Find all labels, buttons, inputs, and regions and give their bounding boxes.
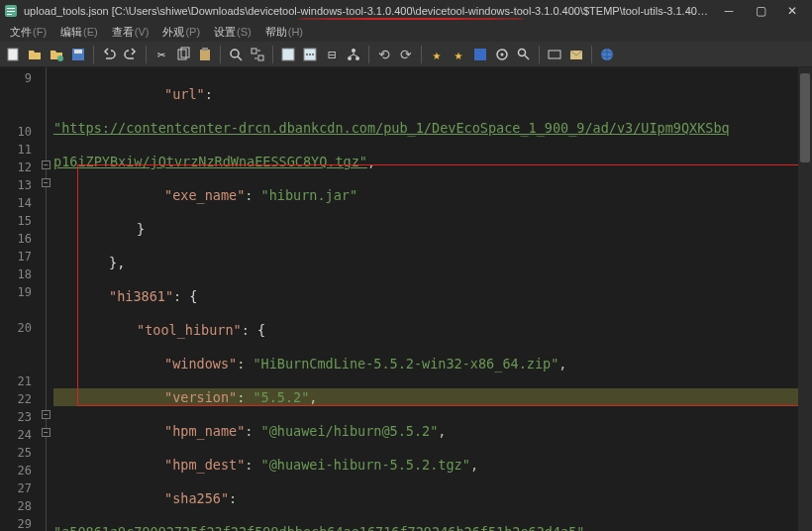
svg-point-21 bbox=[352, 49, 355, 53]
svg-rect-14 bbox=[252, 49, 256, 53]
line-number bbox=[0, 337, 32, 372]
svg-point-12 bbox=[231, 50, 239, 57]
fold-column: − − − − bbox=[40, 67, 53, 531]
vertical-scrollbar[interactable] bbox=[798, 67, 812, 531]
redo-icon[interactable] bbox=[122, 46, 140, 63]
recent-icon[interactable] bbox=[48, 46, 65, 63]
paste-icon[interactable] bbox=[196, 46, 214, 63]
new-file-icon[interactable] bbox=[4, 46, 22, 63]
line-number: 23 bbox=[0, 408, 32, 426]
toolbar: ✂ ⊟ ⟲ ⟳ ★ ★ bbox=[0, 42, 812, 67]
svg-rect-7 bbox=[74, 50, 82, 53]
star-icon[interactable]: ★ bbox=[428, 46, 446, 63]
toolbar-separator bbox=[421, 46, 422, 63]
svg-rect-24 bbox=[474, 49, 486, 60]
toolbar-separator bbox=[539, 46, 540, 63]
tree-icon[interactable] bbox=[345, 46, 362, 63]
line-number: 22 bbox=[0, 390, 32, 408]
svg-point-19 bbox=[309, 53, 311, 55]
svg-rect-2 bbox=[7, 11, 15, 12]
window-title: upload_tools.json [C:\Users\shiwe\Downlo… bbox=[24, 5, 713, 17]
star-plus-icon[interactable]: ★ bbox=[450, 46, 467, 63]
svg-line-13 bbox=[238, 56, 242, 60]
find-scope-icon[interactable] bbox=[493, 46, 511, 63]
app-icon bbox=[4, 4, 18, 18]
zoom-out-icon[interactable]: ⟲ bbox=[375, 46, 393, 63]
toolbar-separator bbox=[220, 46, 221, 63]
find-icon[interactable] bbox=[227, 46, 245, 63]
svg-rect-10 bbox=[200, 50, 210, 60]
toolbar-separator bbox=[146, 46, 147, 63]
menu-file[interactable]: 文件(F) bbox=[4, 23, 52, 42]
maximize-button[interactable]: ▢ bbox=[745, 0, 776, 22]
line-number bbox=[0, 301, 32, 319]
toolbar-separator bbox=[93, 46, 94, 63]
word-wrap-icon[interactable] bbox=[279, 46, 297, 63]
whitespace-icon[interactable] bbox=[301, 46, 319, 63]
line-number: 28 bbox=[0, 497, 32, 515]
svg-point-18 bbox=[306, 53, 308, 55]
line-number: 11 bbox=[0, 141, 32, 159]
svg-point-27 bbox=[519, 49, 526, 55]
line-number: 29 bbox=[0, 515, 32, 531]
rect-icon[interactable] bbox=[546, 46, 563, 63]
close-button[interactable]: ✕ bbox=[776, 0, 808, 22]
menubar: 文件(F) 编辑(E) 查看(V) 外观(P) 设置(S) 帮助(H) bbox=[0, 22, 812, 42]
menu-help[interactable]: 帮助(H) bbox=[259, 23, 309, 42]
line-number: 18 bbox=[0, 266, 32, 283]
fold-marker[interactable]: − bbox=[42, 160, 51, 169]
fold-marker[interactable]: − bbox=[42, 178, 51, 187]
editor[interactable]: 9 10 11 12 13 14 15 16 17 18 19 20 21 22… bbox=[0, 67, 812, 531]
svg-line-28 bbox=[525, 55, 529, 59]
code-area[interactable]: "url": "https://contentcenter-drcn.dbank… bbox=[53, 67, 812, 531]
menu-edit[interactable]: 编辑(E) bbox=[54, 23, 104, 42]
open-file-icon[interactable] bbox=[26, 46, 44, 63]
svg-rect-3 bbox=[7, 14, 12, 15]
svg-rect-1 bbox=[7, 8, 15, 9]
line-number: 14 bbox=[0, 194, 32, 212]
cut-icon[interactable]: ✂ bbox=[152, 46, 170, 63]
svg-point-23 bbox=[355, 56, 359, 60]
line-number: 13 bbox=[0, 176, 32, 194]
menu-settings[interactable]: 设置(S) bbox=[208, 23, 257, 42]
line-number: 16 bbox=[0, 230, 32, 248]
line-number: 19 bbox=[0, 283, 32, 301]
replace-icon[interactable] bbox=[249, 46, 266, 63]
copy-icon[interactable] bbox=[174, 46, 192, 63]
fold-marker[interactable]: − bbox=[42, 410, 51, 419]
zoom-in-icon[interactable]: ⟳ bbox=[397, 46, 415, 63]
svg-point-5 bbox=[57, 55, 63, 61]
browser-icon[interactable] bbox=[598, 46, 616, 63]
save-icon[interactable] bbox=[69, 46, 87, 63]
line-number bbox=[0, 87, 32, 123]
fold-marker[interactable]: − bbox=[42, 428, 51, 437]
gutter: 9 10 11 12 13 14 15 16 17 18 19 20 21 22… bbox=[0, 67, 40, 531]
line-number: 17 bbox=[0, 248, 32, 266]
menu-view[interactable]: 查看(V) bbox=[106, 23, 155, 42]
tool-blue-icon[interactable] bbox=[471, 46, 489, 63]
minimize-button[interactable]: ─ bbox=[713, 0, 745, 22]
undo-icon[interactable] bbox=[100, 46, 118, 63]
line-number: 15 bbox=[0, 212, 32, 230]
line-number: 24 bbox=[0, 426, 32, 444]
svg-rect-29 bbox=[549, 51, 560, 58]
line-number: 27 bbox=[0, 479, 32, 497]
toolbar-separator bbox=[272, 46, 273, 63]
scrollbar-thumb[interactable] bbox=[800, 73, 810, 162]
titlebar: upload_tools.json [C:\Users\shiwe\Downlo… bbox=[0, 0, 812, 22]
line-number: 9 bbox=[0, 69, 32, 87]
toolbar-separator bbox=[591, 46, 592, 63]
svg-point-22 bbox=[348, 56, 352, 60]
mail-icon[interactable] bbox=[567, 46, 585, 63]
svg-rect-16 bbox=[282, 49, 294, 60]
menu-appearance[interactable]: 外观(P) bbox=[156, 23, 206, 42]
toolbar-separator bbox=[368, 46, 369, 63]
svg-rect-4 bbox=[8, 49, 18, 60]
ruler-icon[interactable]: ⊟ bbox=[323, 46, 341, 63]
svg-rect-15 bbox=[258, 55, 263, 60]
window-controls: ─ ▢ ✕ bbox=[713, 0, 808, 22]
find-next-icon[interactable] bbox=[515, 46, 533, 63]
line-number: 12 bbox=[0, 159, 32, 176]
line-number: 20 bbox=[0, 319, 32, 337]
svg-point-20 bbox=[312, 53, 314, 55]
